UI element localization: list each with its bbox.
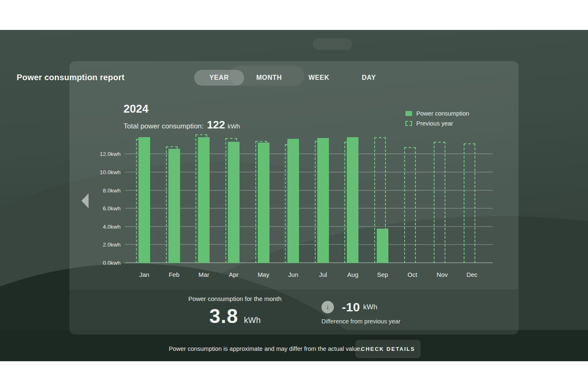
x-axis-month-label: Feb xyxy=(158,271,191,278)
total-consumption-value: 122 xyxy=(207,118,225,131)
report-card: YEAR MONTH WEEK DAY 2024 Total power con… xyxy=(69,61,519,335)
legend-label: Previous year xyxy=(416,120,453,127)
legend-item-current: Power consumption xyxy=(405,108,469,118)
y-axis-tick-label: 4.0kwh xyxy=(79,224,121,230)
difference-block: ↓ -10 kWh Difference from previous year xyxy=(321,300,400,325)
bar-power-consumption-sep[interactable] xyxy=(377,229,388,263)
x-axis-month-label: Sep xyxy=(366,271,399,278)
total-consumption-label: Total power consumption: xyxy=(124,122,204,131)
month-consumption-value-row: 3.8 kWh xyxy=(168,305,301,328)
solid-swatch-icon xyxy=(405,111,412,116)
tab-week[interactable]: WEEK xyxy=(294,70,344,86)
difference-value-row: ↓ -10 kWh xyxy=(321,300,400,314)
x-axis-month-label: Mar xyxy=(187,271,220,278)
disclaimer-text: Power consumption is approximate and may… xyxy=(169,345,362,352)
x-axis-month-label: Apr xyxy=(217,271,250,278)
bar-power-consumption-apr[interactable] xyxy=(228,142,240,263)
previous-period-arrow-icon[interactable] xyxy=(82,193,89,208)
cloud-shape xyxy=(313,38,352,50)
difference-label: Difference from previous year xyxy=(321,318,400,325)
summary-panel: Power consumption for the month 3.8 kWh … xyxy=(69,289,519,335)
chart-year-title: 2024 xyxy=(124,103,148,116)
total-consumption-line: Total power consumption: 122 kWh xyxy=(124,118,240,131)
legend-label: Power consumption xyxy=(416,110,469,117)
x-axis-month-label: Jun xyxy=(277,271,310,278)
legend-item-previous: Previous year xyxy=(405,118,469,128)
x-axis-month-label: Aug xyxy=(336,271,369,278)
month-consumption-value: 3.8 xyxy=(209,305,238,328)
chart-legend: Power consumption Previous year xyxy=(405,108,469,128)
difference-value: -10 xyxy=(342,300,360,314)
bar-power-consumption-feb[interactable] xyxy=(168,149,180,263)
period-tabs: YEAR MONTH WEEK DAY xyxy=(194,70,394,86)
plot-area: 0.0kwh2.0kwh4.0kwh6.0kwh8.0kwh10.0kwh12.… xyxy=(125,132,493,263)
month-consumption-block: Power consumption for the month 3.8 kWh xyxy=(168,295,301,328)
total-consumption-unit: kWh xyxy=(227,123,240,130)
tab-day[interactable]: DAY xyxy=(344,70,394,86)
background-scene: Power consumption report YEAR MONTH WEEK… xyxy=(0,30,588,361)
bar-power-consumption-jul[interactable] xyxy=(317,138,329,263)
x-axis-month-label: Nov xyxy=(425,271,459,278)
y-axis-tick-label: 10.0kwh xyxy=(79,169,121,175)
x-axis-month-label: Oct xyxy=(396,271,429,278)
x-axis-month-label: Jan xyxy=(128,271,161,278)
tab-year[interactable]: YEAR xyxy=(194,70,244,86)
x-axis-month-label: Jul xyxy=(306,271,340,278)
y-axis-tick-label: 12.0kwh xyxy=(79,151,121,157)
difference-unit: kWh xyxy=(363,303,377,311)
dotted-swatch-icon xyxy=(405,121,412,126)
tab-month[interactable]: MONTH xyxy=(244,70,294,86)
bar-previous-year-oct[interactable] xyxy=(404,147,416,263)
bar-power-consumption-jan[interactable] xyxy=(138,137,150,263)
arrow-down-icon: ↓ xyxy=(321,301,334,313)
bar-power-consumption-jun[interactable] xyxy=(287,139,299,263)
bar-previous-year-nov[interactable] xyxy=(434,142,445,263)
x-axis-month-label: Dec xyxy=(455,271,489,278)
month-consumption-unit: kWh xyxy=(244,316,261,325)
bar-previous-year-dec[interactable] xyxy=(464,143,475,263)
y-axis-tick-label: 2.0kwh xyxy=(79,242,121,248)
x-axis-month-label: May xyxy=(247,271,280,278)
bar-power-consumption-may[interactable] xyxy=(258,143,269,263)
bar-power-consumption-aug[interactable] xyxy=(347,137,358,263)
check-details-button[interactable]: CHECK DETAILS xyxy=(356,340,420,358)
bar-power-consumption-mar[interactable] xyxy=(198,137,210,263)
y-axis-tick-label: 0.0kwh xyxy=(79,260,121,266)
y-axis-tick-label: 8.0kwh xyxy=(79,187,121,194)
month-consumption-label: Power consumption for the month xyxy=(168,295,301,302)
